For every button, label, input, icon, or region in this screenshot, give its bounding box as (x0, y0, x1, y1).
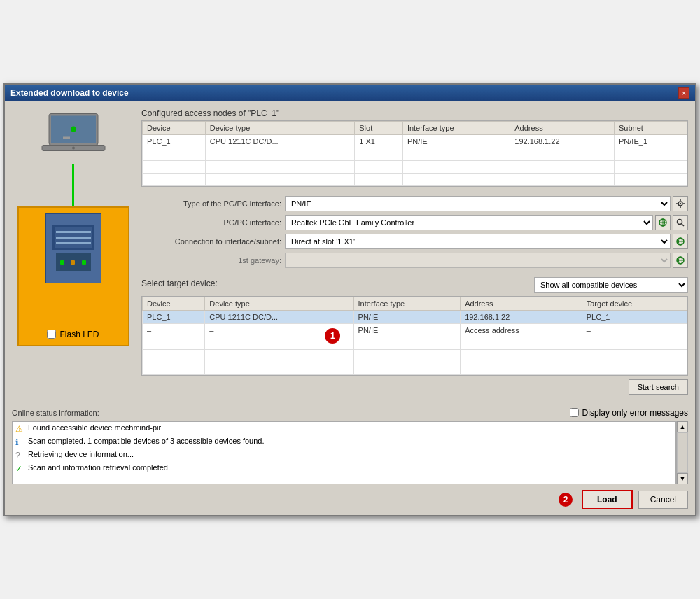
target-filter-select[interactable]: Show all compatible devices Show only er… (534, 277, 688, 293)
target-device-section: Select target device: Show all compatibl… (141, 277, 688, 395)
bottom-buttons: 2 Load Cancel (12, 490, 688, 509)
scroll-up-button[interactable]: ▲ (677, 421, 688, 432)
table-row[interactable]: – – PN/IE Access address – (143, 323, 687, 337)
check-icon: ✓ (15, 464, 25, 474)
left-panel: Flash LED (12, 108, 134, 395)
gateway-row: 1st gateway: (141, 253, 688, 268)
tcol-address: Address (461, 297, 582, 310)
scroll-down-button[interactable]: ▼ (677, 473, 688, 484)
status-text-2: Scan completed. 1 compatible devices of … (28, 437, 265, 445)
info-icon: ℹ (15, 437, 25, 447)
configured-section: Configured access nodes of "PLC_1" Devic… (141, 108, 688, 187)
gateway-label: 1st gateway: (141, 256, 281, 265)
status-message-2: ℹ Scan completed. 1 compatible devices o… (13, 435, 676, 449)
status-messages-box: ⚠ Found accessible device mechmind-pir ℹ… (12, 421, 676, 484)
error-filter-checkbox[interactable] (570, 408, 579, 417)
table-row[interactable]: PLC_1 CPU 1211C DC/D... 1 X1 PN/IE 192.1… (143, 134, 687, 148)
target-cell-target: – (582, 323, 687, 337)
connection-line (72, 164, 74, 206)
interface-type-settings-icon[interactable] (673, 196, 688, 211)
start-search-button[interactable]: Start search (629, 379, 688, 395)
target-cell-interface: PN/IE (354, 323, 461, 337)
close-button[interactable]: × (678, 87, 690, 99)
col-address: Address (510, 121, 615, 134)
tcol-target: Target device (582, 297, 687, 310)
svg-line-17 (682, 223, 685, 226)
target-cell-device: PLC_1 (143, 310, 205, 323)
col-interface-type: Interface type (402, 121, 510, 134)
svg-point-5 (71, 126, 76, 132)
cell-interface-type: PN/IE (402, 134, 510, 148)
table-row[interactable] (143, 337, 687, 349)
connection-select[interactable]: Direct at slot '1 X1' (285, 234, 671, 249)
status-message-4: ✓ Scan and information retrieval complet… (13, 462, 676, 475)
dialog-body: Flash LED Configured access nodes of "PL… (5, 101, 695, 402)
status-messages-wrapper: ⚠ Found accessible device mechmind-pir ℹ… (12, 421, 688, 484)
col-slot: Slot (355, 121, 403, 134)
status-message-1: ⚠ Found accessible device mechmind-pir (13, 422, 676, 435)
load-button[interactable]: Load (582, 490, 633, 509)
table-row[interactable] (143, 362, 687, 374)
dialog-title: Extended download to device (10, 88, 129, 98)
target-cell-type: CPU 1211C DC/D... (205, 310, 354, 323)
plc-device-box: Flash LED (18, 206, 130, 346)
status-text-1: Found accessible device mechmind-pir (28, 423, 161, 432)
gateway-select (285, 253, 671, 268)
svg-point-16 (678, 219, 682, 224)
pgpc-interface-search-icon[interactable] (673, 215, 688, 230)
scrollbar[interactable]: ▲ ▼ (676, 421, 688, 484)
error-filter-label: Display only error messages (582, 408, 688, 418)
error-filter-row: Display only error messages (570, 408, 688, 418)
col-subnet: Subnet (615, 121, 687, 134)
warning-icon: ⚠ (15, 424, 25, 434)
right-panel: Configured access nodes of "PLC_1" Devic… (141, 108, 688, 395)
interface-type-row: Type of the PG/PC interface: PN/IE (141, 196, 688, 211)
flash-led-label: Flash LED (59, 330, 99, 339)
tcol-device: Device (143, 297, 205, 310)
cell-address: 192.168.1.22 (510, 134, 615, 148)
table-row[interactable]: PLC_1 CPU 1211C DC/D... PN/IE 192.168.1.… (143, 310, 687, 323)
target-cell-target: PLC_1 (582, 310, 687, 323)
gateway-globe-icon[interactable] (673, 253, 688, 268)
cell-subnet: PN/IE_1 (615, 134, 687, 148)
table-row[interactable] (143, 148, 687, 160)
configured-label: Configured access nodes of "PLC_1" (141, 108, 688, 118)
target-cell-device: – (143, 323, 205, 337)
connection-wrapper: Direct at slot '1 X1' (285, 234, 688, 249)
cell-slot: 1 X1 (355, 134, 403, 148)
pgpc-interface-select[interactable]: Realtek PCIe GbE Family Controller (285, 215, 653, 230)
cell-device-type: CPU 1211C DC/D... (205, 134, 354, 148)
online-status-label: Online status information: (12, 409, 99, 417)
svg-rect-2 (63, 136, 70, 139)
bottom-section: Online status information: Display only … (5, 402, 695, 515)
configured-table-container: Device Device type Slot Interface type A… (141, 120, 688, 187)
question-icon: ? (15, 451, 25, 460)
cell-device: PLC_1 (143, 134, 206, 148)
tcol-type: Device type (205, 297, 354, 310)
connection-label: Connection to interface/subnet: (141, 237, 281, 246)
target-cell-type: – (205, 323, 354, 337)
table-row[interactable] (143, 349, 687, 362)
plc-device-image (46, 213, 102, 283)
connection-globe-icon[interactable] (673, 234, 688, 249)
pgpc-interface-globe-icon[interactable] (655, 215, 671, 230)
target-device-label: Select target device: (141, 279, 218, 288)
badge-2: 2 (559, 493, 573, 507)
target-cell-address: Access address (461, 323, 582, 337)
gateway-wrapper (285, 253, 688, 268)
online-status-header: Online status information: Display only … (12, 408, 688, 418)
cancel-button[interactable]: Cancel (638, 491, 688, 509)
status-message-3: ? Retrieving device information... (13, 449, 676, 462)
title-bar: Extended download to device × (5, 85, 695, 101)
connection-row: Connection to interface/subnet: Direct a… (141, 234, 688, 249)
flash-led-checkbox[interactable] (47, 330, 56, 339)
pgpc-interface-wrapper: Realtek PCIe GbE Family Controller (285, 215, 688, 230)
col-device-type: Device type (205, 121, 354, 134)
interface-type-select[interactable]: PN/IE (285, 196, 671, 211)
target-cell-interface: PN/IE (354, 310, 461, 323)
col-device: Device (143, 121, 206, 134)
table-row[interactable] (143, 160, 687, 173)
scroll-track[interactable] (677, 432, 688, 473)
table-row[interactable] (143, 173, 687, 185)
pgpc-form-section: Type of the PG/PC interface: PN/IE PG/PC… (141, 192, 688, 272)
